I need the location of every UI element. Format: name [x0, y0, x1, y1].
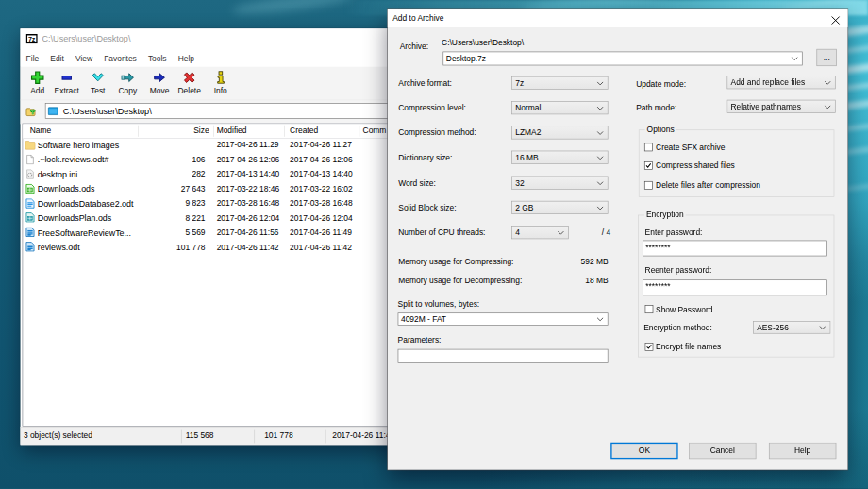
svg-text:7z: 7z	[28, 36, 36, 42]
